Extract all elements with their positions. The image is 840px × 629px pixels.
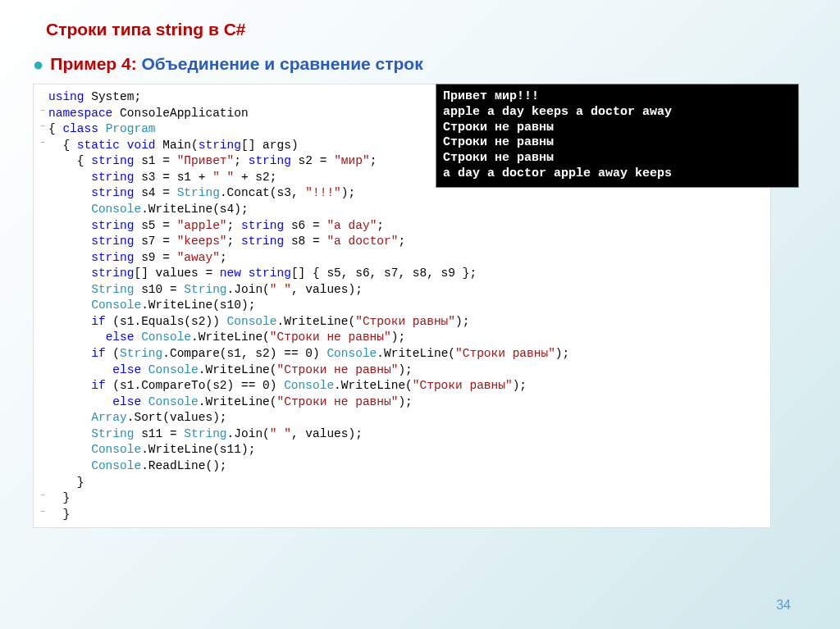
fold-gutter-icon	[37, 185, 48, 202]
console-line: Строки не равны	[443, 121, 792, 136]
fold-gutter-icon	[37, 282, 48, 299]
console-line: Строки не равны	[443, 135, 792, 151]
code-text: else Console.WriteLine("Строки не равны"…	[48, 330, 764, 346]
fold-gutter-icon	[37, 394, 48, 411]
code-text: else Console.WriteLine("Строки не равны"…	[48, 394, 764, 411]
code-line: Console.WriteLine(s10);	[37, 298, 764, 314]
fold-gutter-icon	[37, 218, 48, 235]
fold-gutter-icon	[37, 475, 48, 491]
fold-gutter-icon	[37, 266, 48, 282]
fold-gutter-icon	[37, 426, 48, 443]
fold-gutter-icon	[37, 170, 48, 186]
bullet-icon: ●	[33, 56, 43, 74]
code-text: if (String.Compare(s1, s2) == 0) Console…	[48, 346, 764, 362]
fold-gutter-icon	[37, 234, 48, 250]
code-text: }	[48, 507, 764, 523]
fold-gutter-icon	[37, 346, 48, 362]
subtitle-prefix: Пример 4:	[50, 54, 136, 73]
content-area: using System;−namespace ConsoleApplicati…	[33, 84, 807, 528]
subtitle-text: Объединение и сравнение строк	[137, 54, 423, 73]
fold-gutter-icon: −	[37, 490, 48, 507]
code-text: string[] values = new string[] { s5, s6,…	[48, 266, 764, 282]
fold-gutter-icon: −	[37, 106, 48, 122]
code-text: Console.ReadLine();	[48, 458, 764, 475]
page-number: 34	[776, 598, 791, 613]
code-text: }	[48, 475, 764, 491]
code-line: Console.ReadLine();	[37, 458, 764, 475]
code-text: string s4 = String.Concat(s3, "!!!");	[48, 185, 764, 202]
code-line: else Console.WriteLine("Строки не равны"…	[37, 330, 764, 346]
code-text: String s11 = String.Join(" ", values);	[48, 426, 764, 443]
fold-gutter-icon	[37, 202, 48, 218]
code-line: if (s1.Equals(s2)) Console.WriteLine("Ст…	[37, 314, 764, 330]
fold-gutter-icon: −	[37, 121, 48, 138]
code-text: if (s1.Equals(s2)) Console.WriteLine("Ст…	[48, 314, 764, 330]
code-text: if (s1.CompareTo(s2) == 0) Console.Write…	[48, 378, 764, 394]
code-text: Array.Sort(values);	[48, 410, 764, 426]
code-text: Console.WriteLine(s10);	[48, 298, 764, 314]
code-line: string s4 = String.Concat(s3, "!!!");	[37, 185, 764, 202]
console-line: a day a doctor apple away keeps	[443, 166, 792, 182]
slide-container: Строки типа string в C# ● Пример 4: Объе…	[0, 0, 840, 536]
console-line: Строки не равны	[443, 151, 792, 166]
fold-gutter-icon	[37, 410, 48, 426]
subtitle: Пример 4: Объединение и сравнение строк	[50, 54, 422, 74]
fold-gutter-icon	[37, 330, 48, 346]
console-output: Привет мир!!!apple a day keeps a doctor …	[436, 84, 799, 188]
code-line: if (String.Compare(s1, s2) == 0) Console…	[37, 346, 764, 362]
slide-title: Строки типа string в C#	[46, 20, 807, 39]
code-line: String s10 = String.Join(" ", values);	[37, 282, 764, 299]
console-line: apple a day keeps a doctor away	[443, 105, 792, 121]
code-line: }	[37, 475, 764, 491]
code-line: − }	[37, 507, 764, 523]
code-line: Console.WriteLine(s4);	[37, 202, 764, 218]
code-line: string[] values = new string[] { s5, s6,…	[37, 266, 764, 282]
fold-gutter-icon: −	[37, 138, 48, 154]
code-line: else Console.WriteLine("Строки не равны"…	[37, 394, 764, 411]
fold-gutter-icon	[37, 250, 48, 267]
console-line: Привет мир!!!	[443, 89, 792, 105]
fold-gutter-icon	[37, 458, 48, 475]
fold-gutter-icon	[37, 378, 48, 394]
subtitle-row: ● Пример 4: Объединение и сравнение стро…	[33, 54, 807, 74]
code-line: string s5 = "apple"; string s6 = "a day"…	[37, 218, 764, 235]
fold-gutter-icon	[37, 298, 48, 314]
fold-gutter-icon	[37, 314, 48, 330]
code-line: else Console.WriteLine("Строки не равны"…	[37, 362, 764, 379]
code-text: string s7 = "keeps"; string s8 = "a doct…	[48, 234, 764, 250]
code-line: if (s1.CompareTo(s2) == 0) Console.Write…	[37, 378, 764, 394]
code-line: − }	[37, 490, 764, 507]
fold-gutter-icon: −	[37, 507, 48, 523]
fold-gutter-icon	[37, 362, 48, 379]
code-text: String s10 = String.Join(" ", values);	[48, 282, 764, 299]
code-line: String s11 = String.Join(" ", values);	[37, 426, 764, 443]
fold-gutter-icon	[37, 442, 48, 458]
code-text: }	[48, 490, 764, 507]
code-line: Array.Sort(values);	[37, 410, 764, 426]
code-text: Console.WriteLine(s11);	[48, 442, 764, 458]
code-text: Console.WriteLine(s4);	[48, 202, 764, 218]
code-line: string s9 = "away";	[37, 250, 764, 267]
fold-gutter-icon	[37, 153, 48, 170]
code-line: Console.WriteLine(s11);	[37, 442, 764, 458]
code-text: string s9 = "away";	[48, 250, 764, 267]
code-text: string s5 = "apple"; string s6 = "a day"…	[48, 218, 764, 235]
code-line: string s7 = "keeps"; string s8 = "a doct…	[37, 234, 764, 250]
fold-gutter-icon	[37, 89, 48, 106]
code-text: else Console.WriteLine("Строки не равны"…	[48, 362, 764, 379]
